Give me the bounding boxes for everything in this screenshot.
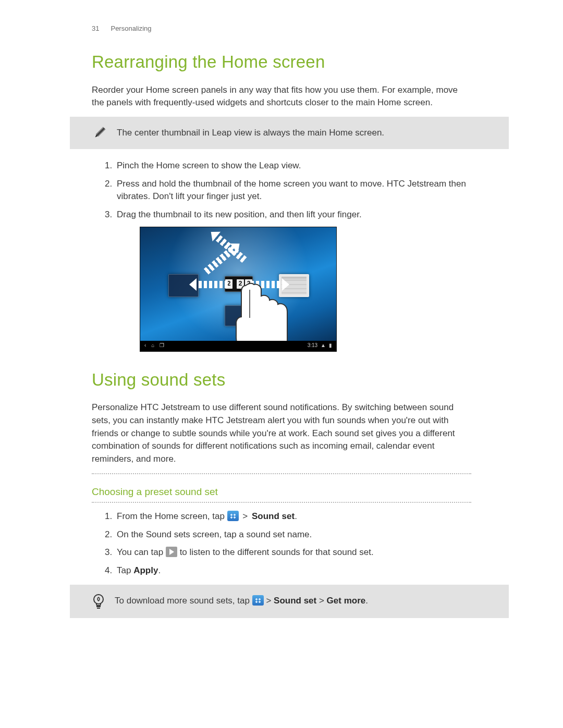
- note-text: The center thumbnail in Leap view is alw…: [117, 127, 384, 140]
- note-box: The center thumbnail in Leap view is alw…: [70, 117, 509, 149]
- steps-list: From the Home screen, tap > Sound set. O…: [92, 510, 471, 577]
- leap-view-illustration: 222 ‹⌂❐: [140, 227, 337, 352]
- svg-rect-0: [96, 127, 105, 136]
- step-item: Tap Apply.: [115, 564, 471, 577]
- arrow-icon: [197, 281, 228, 288]
- chapter-name: Personalizing: [111, 24, 151, 34]
- step-item: Pinch the Home screen to show the Leap v…: [115, 159, 471, 172]
- step-item: On the Sound sets screen, tap a sound se…: [115, 528, 471, 541]
- svg-point-4: [94, 595, 103, 604]
- status-time: 3:13: [308, 342, 317, 350]
- intro-paragraph: Reorder your Home screen panels in any w…: [92, 84, 471, 109]
- personalize-icon: [252, 595, 264, 606]
- document-page: 31 Personalizing Rearranging the Home sc…: [0, 0, 563, 618]
- divider: [92, 502, 471, 503]
- section-sound-sets: Using sound sets Personalize HTC Jetstre…: [0, 367, 563, 577]
- sub-heading: Choosing a preset sound set: [92, 485, 471, 499]
- steps-list: Pinch the Home screen to show the Leap v…: [92, 159, 471, 352]
- page-header: 31 Personalizing: [0, 0, 563, 34]
- page-number: 31: [92, 24, 99, 34]
- personalize-icon: [227, 511, 239, 521]
- lightbulb-icon: [92, 593, 105, 610]
- step-item: Drag the thumbnail to its new position, …: [115, 208, 471, 352]
- play-icon: [166, 547, 177, 557]
- step-item: You can tap to listen to the different s…: [115, 546, 471, 559]
- section-title: Rearranging the Home screen: [92, 50, 471, 75]
- tip-box: To download more sound sets, tap > Sound…: [70, 585, 509, 618]
- section-rearranging: Rearranging the Home screen Reorder your…: [0, 50, 563, 109]
- divider: [92, 473, 471, 474]
- tip-text: To download more sound sets, tap > Sound…: [115, 595, 368, 608]
- status-bar: ‹⌂❐ 3:13 ▲▮: [140, 341, 336, 351]
- section-title: Using sound sets: [92, 367, 471, 392]
- step-item: From the Home screen, tap > Sound set.: [115, 510, 471, 523]
- intro-paragraph: Personalize HTC Jetstream to use differe…: [92, 401, 471, 465]
- step-item: Press and hold the thumbnail of the home…: [115, 178, 471, 203]
- pencil-icon: [92, 125, 107, 141]
